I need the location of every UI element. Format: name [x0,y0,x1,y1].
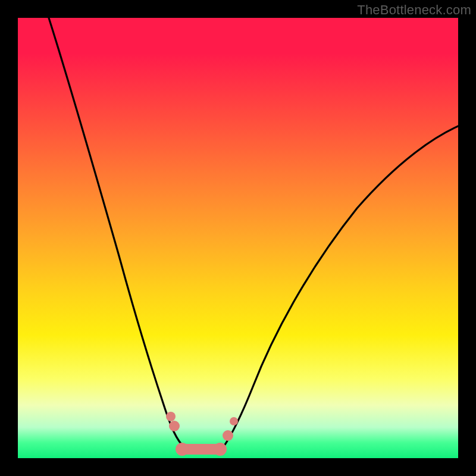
svg-point-0 [166,412,176,421]
optimal-zone-marker [166,412,238,456]
curve-left-branch [49,18,184,447]
curve-right-branch [223,126,458,447]
svg-point-6 [230,417,238,425]
watermark-text: TheBottleneck.com [357,2,471,18]
curve-layer [18,18,458,458]
chart-plot-area [18,18,458,458]
svg-point-3 [176,443,189,456]
svg-point-5 [223,430,233,441]
svg-point-4 [214,443,227,456]
chart-frame: TheBottleneck.com [0,0,476,476]
svg-point-1 [169,421,180,431]
